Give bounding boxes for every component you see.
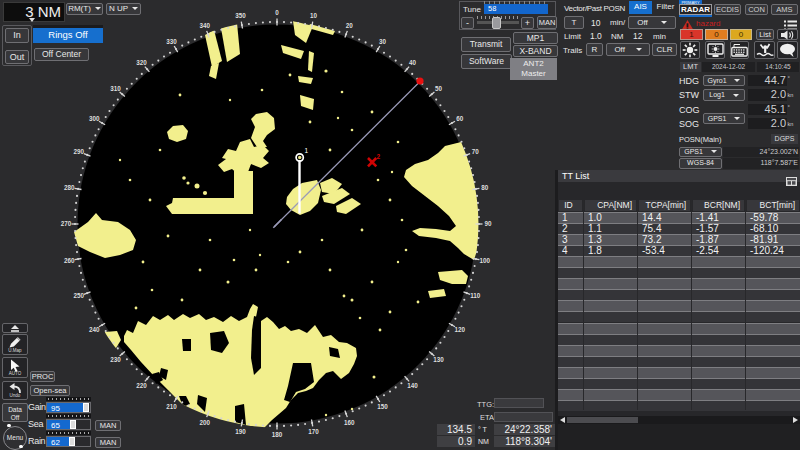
svg-text:2: 2	[377, 153, 381, 160]
svg-text:80: 80	[481, 184, 489, 191]
svg-text:280: 280	[64, 184, 75, 191]
svg-text:110: 110	[470, 292, 481, 299]
svg-text:290: 290	[73, 148, 84, 155]
svg-text:20: 20	[346, 22, 354, 29]
svg-text:50: 50	[435, 85, 443, 92]
svg-text:230: 230	[110, 356, 121, 363]
svg-text:220: 220	[136, 382, 147, 389]
svg-text:200: 200	[200, 419, 211, 426]
svg-text:330: 330	[166, 38, 177, 45]
svg-text:90: 90	[484, 220, 492, 227]
svg-text:0: 0	[275, 9, 279, 16]
svg-text:10: 10	[310, 12, 318, 19]
svg-text:170: 170	[308, 428, 319, 435]
svg-text:190: 190	[235, 428, 246, 435]
svg-text:320: 320	[136, 59, 147, 66]
svg-text:310: 310	[110, 85, 121, 92]
svg-text:300: 300	[89, 115, 100, 122]
svg-text:30: 30	[379, 38, 387, 45]
svg-text:1: 1	[305, 147, 309, 154]
svg-text:70: 70	[472, 148, 480, 155]
svg-text:140: 140	[407, 382, 418, 389]
svg-text:270: 270	[61, 220, 72, 227]
svg-text:130: 130	[433, 356, 444, 363]
svg-text:60: 60	[456, 115, 464, 122]
svg-text:250: 250	[73, 292, 84, 299]
svg-text:120: 120	[454, 326, 465, 333]
svg-text:180: 180	[272, 431, 283, 438]
svg-text:260: 260	[64, 257, 75, 264]
svg-text:100: 100	[480, 257, 491, 264]
svg-text:240: 240	[89, 326, 100, 333]
svg-text:340: 340	[200, 22, 211, 29]
svg-text:210: 210	[166, 403, 177, 410]
svg-text:40: 40	[409, 59, 417, 66]
svg-text:150: 150	[377, 403, 388, 410]
svg-text:160: 160	[344, 419, 355, 426]
svg-text:350: 350	[235, 12, 246, 19]
